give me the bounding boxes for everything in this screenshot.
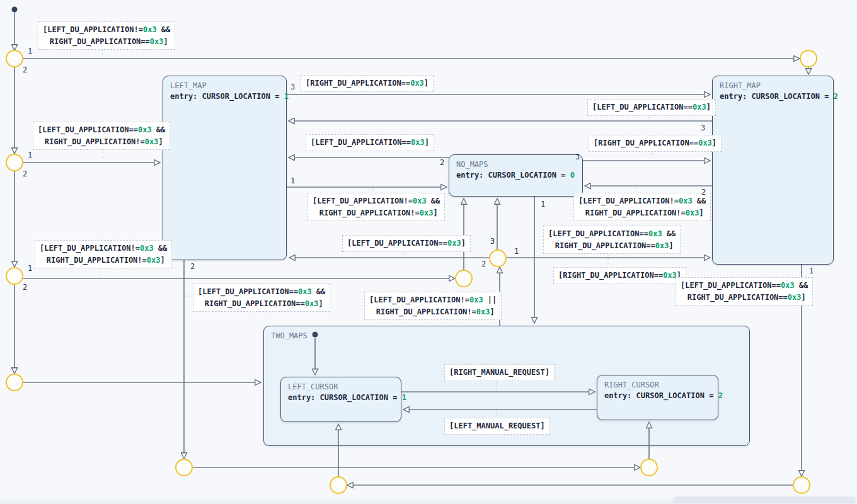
guard-value: 0x3 — [150, 37, 164, 46]
guard-text: ] — [801, 293, 805, 302]
branch-number-b6: 2 — [23, 283, 27, 292]
branch-number-b17: 2 — [190, 262, 195, 271]
guard-value: 0x3 — [411, 138, 425, 147]
choice-node-1[interactable] — [6, 50, 23, 67]
state-entry: entry: CURSOR_LOCATION = 2 — [604, 391, 711, 401]
guard-label-g14[interactable]: [LEFT_DU_APPLICATION!=0x3 || RIGHT_DU_AP… — [364, 292, 502, 320]
guard-value: 0x3 — [781, 281, 795, 290]
guard-text: [LEFT_DU_APPLICATION!= — [313, 197, 413, 205]
guard-value: 0x3 — [469, 295, 483, 304]
choice-node-bottom-left[interactable] — [176, 459, 192, 476]
two-maps-initial-dot[interactable] — [313, 332, 318, 338]
branch-number-b18: 1 — [809, 266, 814, 275]
state-title: RIGHT_CURSOR — [604, 380, 711, 391]
branch-number-b16: 2 — [481, 260, 486, 268]
guard-label-g13[interactable]: [LEFT_DU_APPLICATION==0x3 && RIGHT_DU_AP… — [193, 284, 330, 312]
guard-value: 0x3 — [410, 79, 424, 88]
initial-state-dot[interactable] — [12, 7, 18, 13]
guard-value: 0x3 — [686, 209, 699, 217]
guard-value: 0x3 — [413, 197, 427, 205]
state-no-maps[interactable]: NO_MAPS entry: CURSOR_LOCATION = 0 — [449, 154, 583, 197]
state-left-cursor[interactable]: LEFT_CURSOR entry: CURSOR_LOCATION = 1 — [280, 377, 401, 422]
branch-number-b14: 3 — [490, 237, 495, 246]
guard-text: [LEFT_DU_APPLICATION== — [38, 125, 138, 134]
guard-text: [RIGHT_DU_APPLICATION== — [558, 271, 663, 280]
guard-label-g7[interactable]: [RIGHT_DU_APPLICATION==0x3] — [589, 135, 722, 152]
guard-label-g11[interactable]: [LEFT_DU_APPLICATION==0x3 && RIGHT_DU_AP… — [543, 226, 681, 254]
choice-node-top-right[interactable] — [800, 50, 817, 67]
guard-text: ] — [158, 137, 163, 146]
guard-value: 0x3 — [663, 271, 677, 280]
guard-value: 0x3 — [145, 137, 159, 146]
horizontal-scrollbar-thumb[interactable] — [673, 496, 856, 503]
guard-text: ] — [433, 209, 437, 217]
guard-text: [RIGHT_DU_APPLICATION== — [306, 79, 410, 88]
guard-text: ] — [425, 138, 429, 147]
guard-text: [LEFT_DU_APPLICATION== — [681, 281, 781, 290]
guard-text: [LEFT_DU_APPLICATION== — [311, 138, 411, 147]
guard-value: 0x3 — [420, 209, 434, 217]
choice-node-mid-2[interactable] — [490, 250, 506, 266]
guard-text: ] — [699, 209, 703, 217]
branch-number-b7: 3 — [290, 83, 295, 91]
guard-label-g2[interactable]: [LEFT_DU_APPLICATION==0x3 && RIGHT_DU_AP… — [33, 122, 170, 150]
guard-text: [LEFT_DU_APPLICATION!= — [369, 295, 469, 304]
guard-text: ] — [160, 256, 164, 265]
state-right-map[interactable]: RIGHT_MAP entry: CURSOR_LOCATION = 2 — [712, 76, 834, 265]
choice-node-bottom-mid-right[interactable] — [641, 459, 657, 476]
guard-label-g9[interactable]: [LEFT_DU_APPLICATION!=0x3 && RIGHT_DU_AP… — [573, 193, 711, 221]
guard-text: [LEFT_DU_APPLICATION== — [347, 239, 447, 248]
guard-label-g17[interactable]: [LEFT_MANUAL_REQUEST] — [444, 418, 550, 435]
branch-number-b2: 2 — [23, 66, 27, 74]
guard-text: ] — [712, 139, 716, 147]
state-entry: entry: CURSOR_LOCATION = 2 — [720, 91, 826, 102]
state-title: RIGHT_MAP — [720, 81, 826, 91]
state-right-cursor[interactable]: RIGHT_CURSOR entry: CURSOR_LOCATION = 2 — [597, 375, 718, 420]
state-entry: entry: CURSOR_LOCATION = 1 — [288, 392, 394, 403]
guard-value: 0x3 — [447, 239, 461, 248]
statechart-canvas: TWO_MAPS — [0, 0, 857, 504]
branch-number-b10: 3 — [575, 152, 580, 161]
choice-node-bottom-center[interactable] — [330, 477, 347, 493]
branch-number-b12: 2 — [701, 188, 706, 197]
choice-node-bottom-right[interactable] — [793, 477, 810, 493]
guard-label-g16[interactable]: [RIGHT_MANUAL_REQUEST] — [444, 364, 555, 381]
guard-label-g15[interactable]: [LEFT_DU_APPLICATION==0x3 && RIGHT_DU_AP… — [676, 277, 813, 306]
state-entry: entry: CURSOR_LOCATION = 1 — [170, 91, 279, 102]
guard-value: 0x3 — [147, 256, 161, 265]
choice-node-2[interactable] — [6, 154, 23, 171]
choice-node-3[interactable] — [6, 268, 23, 284]
state-left-map[interactable]: LEFT_MAP entry: CURSOR_LOCATION = 1 — [163, 76, 287, 260]
branch-number-b1: 1 — [28, 47, 32, 55]
guard-text: [RIGHT_MANUAL_REQUEST] — [449, 368, 549, 377]
branch-number-b13: 1 — [541, 200, 545, 209]
guard-text: [LEFT_DU_APPLICATION!= — [578, 197, 679, 205]
guard-value: 0x3 — [305, 299, 319, 308]
guard-label-g4[interactable]: [RIGHT_DU_APPLICATION==0x3] — [301, 75, 434, 92]
guard-text: ] — [669, 241, 673, 250]
choice-node-4[interactable] — [6, 374, 23, 391]
branch-number-b11: 1 — [290, 176, 295, 185]
branch-number-b8: 3 — [701, 123, 705, 132]
branch-number-b4: 2 — [23, 169, 27, 178]
guard-label-g8[interactable]: [LEFT_DU_APPLICATION!=0x3 && RIGHT_DU_AP… — [308, 193, 445, 221]
guard-label-g12[interactable]: [RIGHT_DU_APPLICATION==0x3] — [553, 267, 686, 284]
state-title: NO_MAPS — [456, 159, 575, 170]
guard-text: ] — [424, 79, 428, 88]
guard-value: 0x3 — [788, 293, 802, 302]
guard-text: [LEFT_MANUAL_REQUEST] — [449, 421, 545, 430]
guard-text: [LEFT_DU_APPLICATION!= — [43, 25, 143, 34]
branch-number-b15: 1 — [514, 247, 519, 256]
guard-label-g6[interactable]: [LEFT_DU_APPLICATION==0x3] — [306, 134, 434, 151]
guard-value: 0x3 — [138, 125, 152, 134]
state-title: LEFT_MAP — [170, 81, 279, 91]
guard-value: 0x3 — [140, 244, 154, 253]
guard-label-g10[interactable]: [LEFT_DU_APPLICATION==0x3] — [342, 235, 471, 252]
guard-label-g1[interactable]: [LEFT_DU_APPLICATION!=0x3 && RIGHT_DU_AP… — [38, 21, 175, 50]
guard-label-g5[interactable]: [LEFT_DU_APPLICATION==0x3] — [587, 99, 716, 116]
guard-label-g3[interactable]: [LEFT_DU_APPLICATION!=0x3 && RIGHT_DU_AP… — [35, 240, 172, 268]
choice-node-mid-1[interactable] — [456, 270, 472, 287]
guard-value: 0x3 — [476, 307, 490, 316]
guard-text: ] — [318, 299, 323, 308]
guard-text: [LEFT_DU_APPLICATION== — [548, 229, 648, 238]
